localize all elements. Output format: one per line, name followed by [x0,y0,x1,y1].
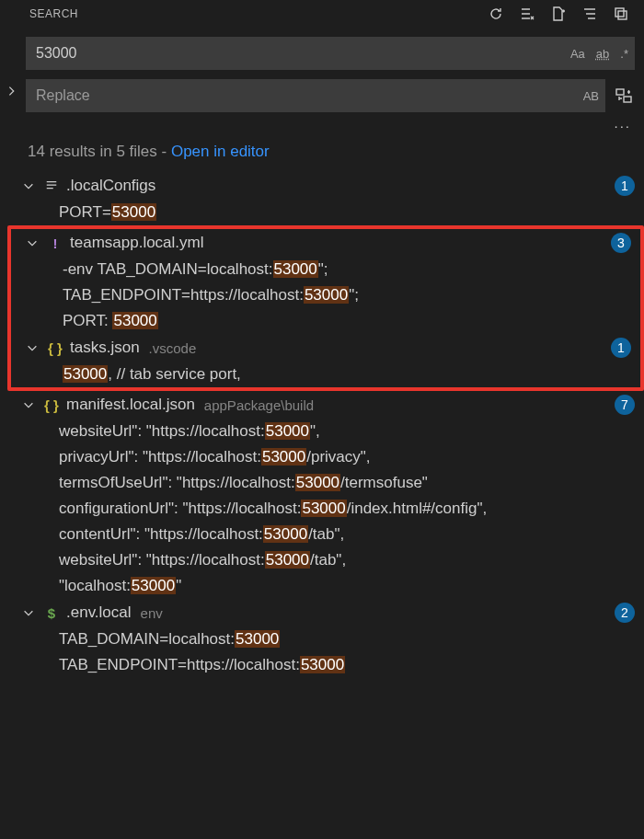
match-count-badge: 1 [615,176,635,196]
more-options[interactable]: ··· [0,112,644,133]
match-highlight: 53000 [300,656,345,673]
result-line[interactable]: TAB_ENDPOINT=https://localhost:53000 [7,652,644,678]
match-count-badge: 1 [611,338,631,358]
chevron-down-icon[interactable] [22,398,37,411]
replace-input-wrap: AB [26,79,605,112]
result-line[interactable]: configurationUrl": "https://localhost:53… [7,496,644,522]
panel-title: SEARCH [29,7,78,20]
file-name: manifest.local.json [66,396,195,414]
result-line[interactable]: -env TAB_DOMAIN=localhost:53000"; [11,257,640,282]
svg-rect-0 [615,8,624,17]
result-line[interactable]: contentUrl": "https://localhost:53000/ta… [7,522,644,547]
json-file-icon: { } [46,340,64,356]
header-actions [488,6,633,22]
results-tree: .localConfigs1PORT=53000!teamsapp.local.… [0,172,644,678]
result-line[interactable]: TAB_ENDPOINT=https://localhost:53000"; [11,282,640,308]
file-path: .vscode [149,340,197,356]
file-name: .localConfigs [66,177,155,195]
results-summary: 14 results in 5 files - Open in editor [0,133,644,172]
preserve-case-toggle[interactable]: AB [583,89,599,103]
file-name: teamsapp.local.yml [70,234,204,252]
file-path: env [141,605,163,621]
search-header: SEARCH [0,0,644,28]
match-highlight: 53000 [263,525,308,543]
search-inputs: Aa ab .* AB [0,37,644,112]
summary-text: 14 results in 5 files - [28,143,171,160]
text-file-icon [42,179,61,192]
match-highlight: 53000 [111,203,156,221]
result-line[interactable]: 53000, // tab service port, [11,362,640,387]
match-highlight: 53000 [112,312,157,329]
replace-all-icon[interactable] [613,87,635,104]
search-input-wrap: Aa ab .* [26,37,635,70]
match-highlight: 53000 [273,260,318,278]
result-line[interactable]: TAB_DOMAIN=localhost:53000 [7,626,644,652]
collapse-all-icon[interactable] [581,6,598,22]
match-highlight: 53000 [235,630,280,648]
result-line[interactable]: termsOfUseUrl": "https://localhost:53000… [7,470,644,496]
json-file-icon: { } [42,397,61,413]
chevron-down-icon[interactable] [22,179,37,192]
env-file-icon: $ [42,605,61,621]
match-count-badge: 2 [615,603,635,623]
match-count-badge: 7 [615,395,635,415]
match-highlight: 53000 [301,500,346,517]
match-highlight: 53000 [265,551,310,569]
chevron-down-icon[interactable] [26,341,40,354]
file-row[interactable]: !teamsapp.local.yml3 [11,229,640,257]
result-line[interactable]: PORT=53000 [7,200,644,225]
regex-toggle[interactable]: .* [620,47,628,61]
match-highlight: 53000 [261,448,306,465]
clear-results-icon[interactable] [519,6,535,22]
refresh-icon[interactable] [488,6,504,22]
file-row[interactable]: .localConfigs1 [7,172,644,200]
highlight-annotation: !teamsapp.local.yml3-env TAB_DOMAIN=loca… [7,225,644,391]
match-highlight: 53000 [63,365,108,383]
result-line[interactable]: websiteUrl": "https://localhost:53000", [7,419,644,444]
match-highlight: 53000 [131,577,176,594]
chevron-down-icon[interactable] [22,606,37,619]
new-file-icon[interactable] [550,6,567,22]
search-input[interactable] [36,45,570,62]
expand-all-icon[interactable] [613,6,629,22]
result-line[interactable]: "localhost:53000" [7,573,644,599]
file-path: appPackage\build [204,397,314,413]
match-highlight: 53000 [265,422,310,440]
match-highlight: 53000 [295,474,340,491]
result-line[interactable]: websiteUrl": "https://localhost:53000/ta… [7,547,644,573]
match-case-toggle[interactable]: Aa [570,47,585,61]
file-name: tasks.json [70,339,140,357]
file-row[interactable]: { }manifest.local.jsonappPackage\build7 [7,391,644,419]
svg-rect-2 [616,89,624,95]
match-word-toggle[interactable]: ab [596,47,609,61]
file-row[interactable]: $.env.localenv2 [7,599,644,626]
match-count-badge: 3 [611,233,631,253]
toggle-replace-icon[interactable] [6,85,18,100]
result-line[interactable]: privacyUrl": "https://localhost:53000/pr… [7,444,644,470]
svg-rect-3 [624,97,631,102]
svg-rect-1 [618,11,627,19]
file-row[interactable]: { }tasks.json.vscode1 [11,334,640,362]
file-name: .env.local [66,603,132,622]
chevron-down-icon[interactable] [26,236,40,249]
open-in-editor-link[interactable]: Open in editor [171,143,270,160]
yaml-file-icon: ! [46,236,64,251]
match-highlight: 53000 [304,286,349,304]
result-line[interactable]: PORT: 53000 [11,308,640,334]
replace-input[interactable] [36,87,583,104]
